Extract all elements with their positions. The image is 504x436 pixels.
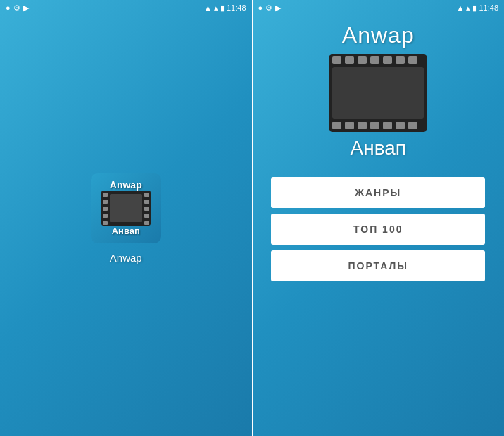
settings-icon: ⚙ bbox=[13, 4, 20, 13]
right-time: 11:48 bbox=[479, 4, 498, 12]
svg-rect-14 bbox=[345, 56, 354, 64]
svg-rect-20 bbox=[332, 122, 341, 129]
right-app-subtitle: Анвап bbox=[351, 137, 406, 160]
left-icon-label-bottom: Анвап bbox=[112, 226, 140, 236]
svg-rect-6 bbox=[144, 193, 149, 197]
right-settings-icon: ⚙ bbox=[265, 4, 272, 13]
svg-rect-24 bbox=[383, 122, 392, 129]
svg-rect-13 bbox=[332, 56, 341, 64]
svg-rect-16 bbox=[370, 56, 379, 64]
svg-rect-19 bbox=[408, 56, 417, 64]
media-icon: ▶ bbox=[23, 4, 29, 13]
right-notification-icon: ● bbox=[258, 4, 263, 12]
left-panel: ● ⚙ ▶ ▲ ▴ ▮ 11:48 Anwap bbox=[0, 0, 252, 436]
right-content-area: Anwap bbox=[253, 15, 505, 436]
right-status-icons-right: ▲ ▴ ▮ 11:48 bbox=[457, 4, 498, 13]
svg-rect-18 bbox=[396, 56, 405, 64]
wifi-icon: ▴ bbox=[214, 4, 218, 13]
svg-rect-7 bbox=[144, 200, 149, 204]
svg-rect-27 bbox=[332, 67, 424, 119]
svg-rect-10 bbox=[144, 221, 149, 225]
svg-rect-26 bbox=[408, 122, 417, 129]
left-film-strip bbox=[101, 191, 151, 226]
left-app-icon: Anwap Анвап bbox=[91, 173, 161, 243]
left-status-icons-left: ● ⚙ ▶ bbox=[6, 4, 29, 13]
left-status-bar: ● ⚙ ▶ ▲ ▴ ▮ 11:48 bbox=[0, 0, 252, 15]
signal-icon: ▲ bbox=[204, 4, 212, 12]
svg-rect-21 bbox=[345, 122, 354, 129]
svg-rect-8 bbox=[144, 207, 149, 211]
left-status-icons-right: ▲ ▴ ▮ 11:48 bbox=[204, 4, 246, 13]
right-signal-icon: ▲ bbox=[457, 4, 465, 12]
svg-rect-9 bbox=[144, 214, 149, 218]
svg-rect-2 bbox=[103, 200, 108, 204]
left-app-label: Anwap bbox=[110, 252, 142, 264]
right-media-icon: ▶ bbox=[275, 4, 281, 13]
portals-button[interactable]: ПОРТАЛЫ bbox=[271, 250, 485, 281]
right-app-title: Anwap bbox=[342, 23, 415, 49]
right-wifi-icon: ▴ bbox=[466, 4, 470, 13]
genres-button[interactable]: ЖАНРЫ bbox=[271, 177, 485, 208]
right-status-bar: ● ⚙ ▶ ▲ ▴ ▮ 11:48 bbox=[253, 0, 505, 15]
svg-rect-22 bbox=[358, 122, 367, 129]
svg-rect-17 bbox=[383, 56, 392, 64]
svg-rect-4 bbox=[103, 214, 108, 218]
svg-rect-11 bbox=[110, 194, 142, 222]
svg-rect-15 bbox=[358, 56, 367, 64]
menu-buttons-container: ЖАНРЫ ТОП 100 ПОРТАЛЫ bbox=[271, 177, 485, 281]
svg-rect-1 bbox=[103, 193, 108, 197]
right-film-strip bbox=[329, 54, 427, 132]
left-time: 11:48 bbox=[227, 4, 246, 12]
svg-rect-3 bbox=[103, 207, 108, 211]
svg-rect-23 bbox=[370, 122, 379, 129]
right-panel: ● ⚙ ▶ ▲ ▴ ▮ 11:48 Anwap bbox=[253, 0, 505, 436]
top100-button[interactable]: ТОП 100 bbox=[271, 214, 485, 245]
battery-icon: ▮ bbox=[220, 4, 225, 13]
notification-icon: ● bbox=[6, 4, 11, 12]
left-icon-label-top: Anwap bbox=[110, 179, 142, 191]
svg-rect-25 bbox=[396, 122, 405, 129]
svg-rect-5 bbox=[103, 221, 108, 225]
right-battery-icon: ▮ bbox=[472, 4, 477, 13]
right-status-icons-left: ● ⚙ ▶ bbox=[258, 4, 282, 13]
